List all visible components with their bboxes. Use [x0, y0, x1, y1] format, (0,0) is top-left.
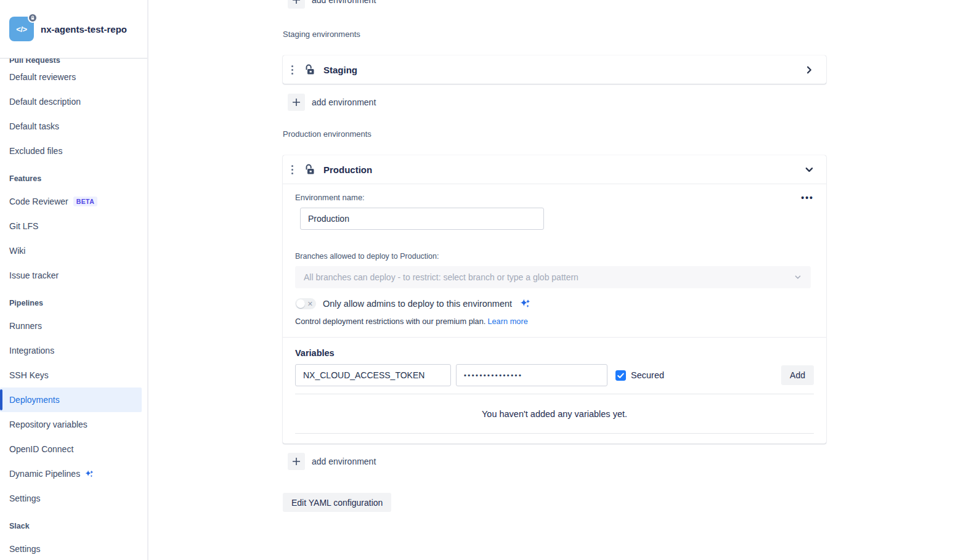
- nav-heading-pipelines: Pipelines: [0, 292, 147, 314]
- repo-name: nx-agents-test-repo: [41, 24, 127, 34]
- beta-badge: BETA: [73, 197, 97, 206]
- toggle-off-x-icon: ✕: [307, 299, 313, 308]
- sidebar-item-repository-variables[interactable]: Repository variables: [0, 412, 142, 437]
- sidebar-item-openid-connect[interactable]: OpenID Connect: [0, 437, 142, 461]
- sidebar-item-ssh-keys[interactable]: SSH Keys: [0, 363, 142, 388]
- branch-restriction-placeholder: All branches can deploy - to restrict: s…: [304, 272, 578, 282]
- nav-heading-features: Features: [0, 168, 147, 189]
- add-variable-button[interactable]: Add: [781, 365, 814, 385]
- sidebar-repo-header: </> nx-agents-test-repo: [0, 0, 147, 59]
- branches-allowed-label: Branches allowed to deploy to Production…: [295, 252, 814, 261]
- add-environment-button-staging[interactable]: add environment: [288, 94, 376, 111]
- production-environment-card: Production Environment name: ••• Branche…: [283, 155, 826, 444]
- production-title: Production: [323, 164, 372, 175]
- edit-yaml-configuration-button[interactable]: Edit YAML configuration: [283, 493, 391, 512]
- sidebar: </> nx-agents-test-repo Pull Requests De…: [0, 0, 148, 560]
- plus-icon: [288, 453, 305, 470]
- variables-divider: [295, 433, 814, 434]
- sidebar-item-issue-tracker[interactable]: Issue tracker: [0, 263, 142, 288]
- nav-heading-pull-requests: Pull Requests: [0, 59, 147, 65]
- variable-name-input[interactable]: [295, 364, 451, 386]
- secured-label: Secured: [631, 370, 664, 380]
- variable-value-input[interactable]: [456, 364, 607, 386]
- plus-icon: [288, 94, 305, 111]
- learn-more-link[interactable]: Learn more: [487, 317, 527, 326]
- sidebar-item-runners[interactable]: Runners: [0, 314, 142, 338]
- sparkle-icon: [519, 298, 531, 310]
- more-options-icon[interactable]: •••: [801, 195, 814, 201]
- unlocked-padlock-icon: [304, 163, 316, 176]
- sparkle-icon: [84, 469, 94, 479]
- production-environments-label: Production environments: [283, 129, 826, 139]
- sidebar-item-wiki[interactable]: Wiki: [0, 238, 142, 263]
- chevron-right-icon[interactable]: [803, 64, 815, 76]
- variables-empty-message: You haven't added any variables yet.: [295, 394, 814, 433]
- sidebar-item-code-reviewer[interactable]: Code Reviewer BETA: [0, 189, 142, 214]
- production-card-body: Environment name: ••• Branches allowed t…: [283, 184, 826, 444]
- sidebar-item-default-tasks[interactable]: Default tasks: [0, 114, 142, 139]
- card-section-divider: [283, 337, 826, 338]
- production-card-header[interactable]: Production: [283, 155, 826, 184]
- admins-only-toggle-label: Only allow admins to deploy to this envi…: [323, 299, 512, 309]
- plus-icon: [288, 0, 305, 9]
- sidebar-item-excluded-files[interactable]: Excluded files: [0, 139, 142, 163]
- drag-handle-icon[interactable]: [290, 63, 294, 77]
- add-environment-button-test[interactable]: add environment: [288, 0, 376, 9]
- branch-restriction-select[interactable]: All branches can deploy - to restrict: s…: [295, 266, 811, 288]
- environment-name-input[interactable]: [300, 208, 544, 230]
- drag-handle-icon[interactable]: [290, 163, 294, 177]
- sidebar-item-dynamic-pipelines[interactable]: Dynamic Pipelines: [0, 461, 142, 486]
- variables-heading: Variables: [295, 348, 814, 358]
- staging-environments-label: Staging environments: [283, 30, 826, 39]
- sidebar-item-slack-settings[interactable]: Settings: [0, 537, 142, 560]
- staging-environment-card: Staging: [283, 55, 826, 84]
- add-environment-button-production[interactable]: add environment: [288, 453, 376, 470]
- private-lock-badge-icon: [28, 13, 38, 23]
- secured-checkbox[interactable]: [615, 370, 626, 381]
- sidebar-item-git-lfs[interactable]: Git LFS: [0, 214, 142, 238]
- sidebar-nav: Pull Requests Default reviewers Default …: [0, 59, 147, 560]
- deployments-settings-page: add environment Staging environments Sta…: [148, 0, 958, 560]
- unlocked-padlock-icon: [304, 63, 316, 76]
- repo-avatar: </>: [9, 17, 34, 41]
- chevron-down-icon[interactable]: [803, 164, 815, 176]
- sidebar-item-integrations[interactable]: Integrations: [0, 338, 142, 363]
- code-icon: </>: [16, 25, 26, 34]
- premium-plan-text: Control deployment restrictions with our…: [295, 317, 485, 326]
- chevron-down-icon: [794, 273, 802, 282]
- environment-name-label: Environment name:: [295, 193, 365, 202]
- app-root: </> nx-agents-test-repo Pull Requests De…: [0, 0, 958, 560]
- sidebar-item-default-reviewers[interactable]: Default reviewers: [0, 65, 142, 89]
- sidebar-item-deployments[interactable]: Deployments: [0, 388, 142, 412]
- admins-only-toggle[interactable]: ✕: [295, 298, 316, 309]
- sidebar-item-default-description[interactable]: Default description: [0, 89, 142, 114]
- staging-card-header[interactable]: Staging: [283, 55, 826, 84]
- staging-title: Staging: [323, 65, 357, 75]
- nav-heading-slack: Slack: [0, 515, 147, 537]
- sidebar-item-pipelines-settings[interactable]: Settings: [0, 486, 142, 511]
